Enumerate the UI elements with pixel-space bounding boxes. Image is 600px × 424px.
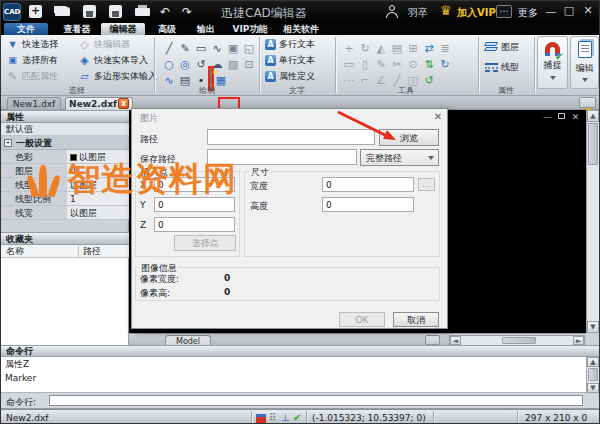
print-icon[interactable] — [135, 8, 150, 16]
draw-row-3: ∿▤•▦ — [161, 69, 261, 85]
minimize-button[interactable]: — — [544, 5, 558, 18]
quick-select-button[interactable]: ▼快速选择 — [5, 38, 58, 51]
scroll-left-icon[interactable]: ◄ — [450, 336, 461, 345]
pick-point-button[interactable]: 选择点 — [174, 235, 236, 251]
property-row-linetype-scale[interactable]: 线型比例 1 — [1, 192, 129, 206]
property-row-linetype[interactable]: 线型 以图层 — [1, 178, 129, 192]
text-group-label: 文字 — [259, 85, 335, 96]
select-all-icon: ▣ — [5, 53, 20, 68]
chevron-down-icon[interactable] — [550, 76, 556, 80]
pixel-width-label: 像素宽度: — [140, 273, 179, 286]
scroll-up-icon[interactable]: ▲ — [587, 110, 599, 122]
scroll-down-icon[interactable]: ▼ — [587, 383, 599, 393]
block-editor-button[interactable]: ◇块编辑器 — [77, 38, 130, 51]
app-logo-icon[interactable]: CAD — [3, 3, 21, 21]
height-input[interactable]: 0 — [322, 197, 414, 212]
layout-tab-strip: Model ◄ ► — [129, 333, 586, 345]
doc-tab-new1[interactable]: New1.dxf — [7, 97, 61, 110]
more-dots-button[interactable]: ⋯ — [496, 5, 512, 18]
menu-tab-editor[interactable]: 编辑器 — [101, 23, 145, 35]
scrollbar-thumb[interactable] — [588, 123, 598, 165]
undo-icon[interactable]: ↶ — [157, 3, 173, 21]
join-vip-button[interactable]: 加入VIP — [457, 6, 496, 20]
canvas-restore-icon[interactable] — [556, 112, 567, 122]
save-path-label: 保存路径 — [140, 153, 176, 166]
maximize-button[interactable]: □ — [562, 4, 576, 17]
snap-button[interactable]: ✔ 捕捉 — [537, 36, 568, 89]
attribute-define-button[interactable]: A属性定义 — [265, 70, 315, 83]
document-icon — [578, 41, 592, 58]
status-ortho-icon[interactable]: ⊥ — [281, 412, 290, 423]
command-input[interactable] — [49, 395, 583, 406]
username-label[interactable]: 羽卒 — [408, 6, 428, 20]
canvas-minimize-icon[interactable]: — — [542, 113, 553, 123]
y-input[interactable]: 0 — [154, 197, 235, 212]
quick-entity-import-button[interactable]: ◈快速实体导入 — [77, 54, 148, 67]
canvas-vertical-scrollbar[interactable]: ▲ ▼ — [586, 110, 599, 333]
save-path-input[interactable] — [207, 149, 357, 165]
command-scrollbar[interactable]: ▲ ▼ — [586, 357, 599, 393]
favorites-list-empty[interactable] — [1, 258, 128, 345]
panel-collapse-button[interactable] — [579, 97, 596, 108]
property-row-layer[interactable]: 图层 0 — [1, 164, 129, 178]
favorites-panel-header[interactable]: 收藏夹 — [1, 232, 129, 245]
status-grid-icon[interactable]: ⠿ — [269, 412, 276, 423]
width-more-button[interactable]: ... — [418, 178, 435, 191]
redo-icon[interactable]: ↷ — [179, 3, 195, 21]
pixel-height-value: 0 — [224, 287, 230, 297]
menu-tab-vip[interactable]: VIP功能 — [227, 23, 273, 35]
scrollbar-thumb[interactable] — [588, 368, 598, 381]
match-properties-button[interactable]: ✎匹配属性 — [5, 70, 58, 83]
x-label: X — [140, 180, 146, 190]
more-menu-button[interactable]: 更多 — [518, 6, 538, 20]
width-input[interactable]: 0 — [322, 177, 414, 192]
ok-button[interactable]: OK — [339, 312, 385, 327]
menu-tab-viewer[interactable]: 查看器 — [56, 23, 98, 35]
favorites-col-name[interactable]: 名称 — [6, 245, 24, 258]
menu-tab-advanced[interactable]: 高级 — [151, 23, 183, 35]
command-panel-header[interactable]: 命令行 — [1, 345, 600, 357]
collapse-icon[interactable]: - — [4, 139, 12, 147]
doc-tab-close-icon[interactable]: x — [118, 98, 129, 109]
status-coordinates: (-1.015323; 10.53397; 0) — [312, 413, 426, 423]
menu-tab-output[interactable]: 输出 — [190, 23, 222, 35]
z-label: Z — [140, 220, 146, 230]
layout-dropdown-button[interactable] — [425, 335, 440, 345]
menu-tab-related[interactable]: 相关软件 — [277, 23, 325, 35]
save-as-icon[interactable] — [109, 5, 122, 18]
properties-panel-header[interactable]: 属性 — [1, 110, 129, 123]
size-group-label: 尺寸 — [249, 166, 271, 179]
scroll-down-icon[interactable]: ▼ — [587, 321, 599, 333]
chevron-down-icon[interactable] — [582, 78, 588, 82]
new-file-icon[interactable]: + — [29, 5, 42, 18]
edit-button[interactable]: 编辑 — [570, 36, 599, 89]
status-magnet-icon[interactable] — [256, 415, 266, 424]
scroll-up-icon[interactable]: ▲ — [587, 357, 599, 367]
z-input[interactable]: 0 — [154, 217, 235, 232]
user-avatar[interactable] — [384, 3, 400, 20]
polygon-entity-input-button[interactable]: ▱多边形实体输入 — [77, 70, 157, 83]
open-file-icon[interactable] — [55, 7, 70, 16]
menu-tab-file[interactable]: 文件 — [4, 23, 48, 35]
favorites-col-path[interactable]: 路径 — [83, 245, 101, 258]
path-type-select[interactable]: 完整路径 — [360, 149, 439, 166]
property-row-lineweight[interactable]: 线宽 以图层 — [1, 206, 129, 220]
crown-icon: ♛ — [440, 3, 452, 18]
scroll-right-icon[interactable]: ► — [573, 336, 584, 345]
layers-button[interactable]: 图层 — [485, 41, 519, 54]
multiline-text-button[interactable]: A多行文本 — [265, 38, 315, 51]
canvas-close-icon[interactable]: ✕ — [570, 113, 581, 123]
command-history[interactable]: 属性Z Marker — [1, 357, 586, 393]
property-row-color[interactable]: 色彩 以图层 — [1, 150, 129, 164]
general-settings-group[interactable]: - 一般设置 — [1, 136, 129, 150]
dialog-close-icon[interactable]: ✕ — [432, 111, 444, 122]
x-input[interactable]: 0 — [154, 177, 235, 192]
close-button[interactable]: ✕ — [581, 4, 595, 17]
select-all-button[interactable]: ▣选择所有 — [5, 54, 58, 67]
singleline-text-button[interactable]: A单行文本 — [265, 54, 315, 67]
status-check-icon[interactable]: ✔ — [293, 412, 301, 423]
linetype-button[interactable]: 线型 — [485, 61, 519, 74]
cancel-button[interactable]: 取消 — [393, 312, 439, 327]
save-icon[interactable] — [83, 5, 96, 18]
scrollbar-thumb[interactable] — [502, 337, 536, 344]
